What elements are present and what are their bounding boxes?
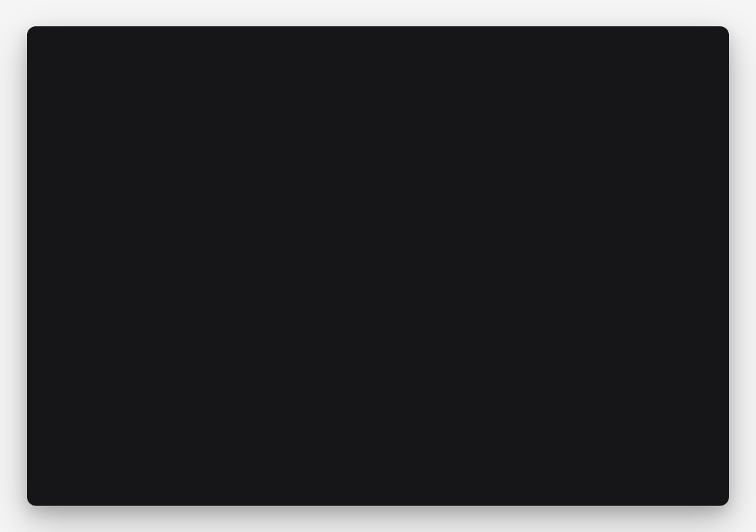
dark-panel [27,26,729,506]
